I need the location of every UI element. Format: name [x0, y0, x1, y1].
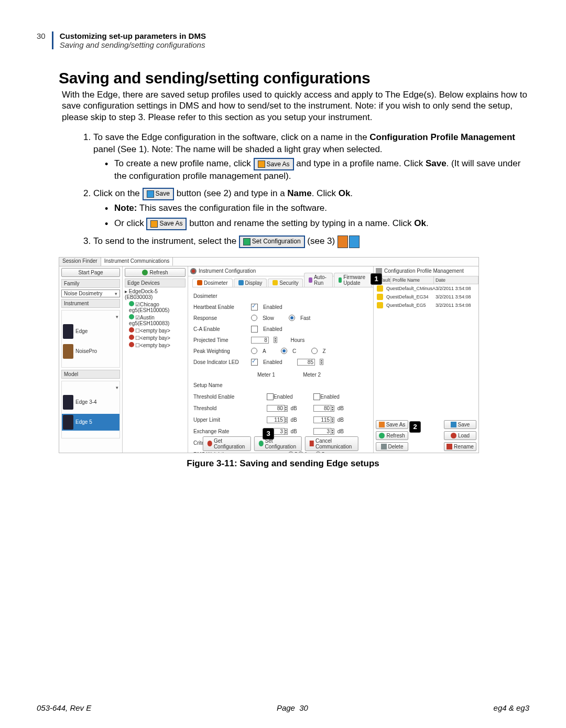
refresh-button-r[interactable]: Refresh [376, 431, 408, 440]
save-button[interactable]: Save [444, 420, 476, 429]
start-page-button[interactable]: Start Page [61, 268, 120, 277]
m1-rms-c[interactable] [288, 452, 294, 453]
instrument-noisepro[interactable]: NoisePro [62, 343, 119, 360]
model-edge5[interactable]: Edge 5 [62, 414, 119, 431]
save-as-inline-button: Save As [254, 158, 294, 170]
heartbeat-checkbox[interactable] [251, 304, 258, 311]
tree-dev-1[interactable]: ☑Chicago eg5(ESH100005) [123, 301, 188, 314]
load-button[interactable]: Load [444, 431, 476, 440]
arrow-icons [338, 235, 360, 248]
meter1-header: Meter 1 [193, 371, 298, 380]
model-edge34[interactable]: Edge 3-4 [62, 394, 119, 411]
response-fast[interactable] [289, 315, 295, 321]
scroll-up[interactable] [116, 383, 118, 391]
step-2-note: Note: This saves the configuration file … [105, 202, 529, 215]
meter2-header: Meter 2 [298, 371, 368, 380]
set-config-button[interactable]: Set Configuration [254, 436, 302, 451]
m1-upper[interactable]: 115 [267, 416, 285, 423]
m2-threshen[interactable] [313, 393, 320, 400]
footer-left: 053-644, Rev E [37, 703, 91, 712]
refresh-icon [142, 270, 148, 275]
rename-button[interactable]: Rename [444, 442, 476, 451]
family-dropdown[interactable]: Noise Dosimetry [61, 290, 120, 297]
m2-rms-a[interactable] [298, 452, 304, 453]
m2-thresh[interactable]: 80 [313, 405, 331, 412]
peak-a[interactable] [251, 348, 257, 354]
m1-thresh[interactable]: 80 [267, 405, 285, 412]
col-name[interactable]: Profile Name [391, 276, 434, 284]
ca-checkbox[interactable] [251, 326, 258, 333]
callout-2: 2 [409, 421, 421, 433]
tree-dock[interactable]: ▸ EdgeDock-5 (EB030003) [123, 288, 188, 301]
main-tab-bar: Session Finder Instrument Communications [59, 258, 478, 266]
tab-autorun[interactable]: Auto-Run [304, 273, 333, 287]
step-2-or: Or click Save As button and rename the s… [105, 218, 529, 230]
edge5-icon [63, 415, 73, 430]
lbl-upper: Upper Limit [193, 417, 251, 423]
step-3: To send to the instrument, select the Se… [93, 235, 529, 248]
col-date[interactable]: Date [434, 276, 478, 284]
peak-c[interactable] [281, 348, 287, 354]
m2-upper[interactable]: 115 [313, 416, 331, 423]
step-2: Click on the Save button (see 2) and typ… [93, 188, 529, 230]
load-icon [451, 433, 456, 438]
dled-checkbox[interactable] [251, 359, 258, 366]
response-slow[interactable] [251, 315, 257, 321]
step-1-bullet: To create a new profile name, click Save… [105, 158, 529, 183]
tab-display[interactable]: Display [234, 279, 267, 287]
lbl-projtime: Projected Time [193, 337, 246, 343]
header-divider [52, 31, 53, 49]
m2-rms-c[interactable] [315, 452, 321, 453]
tab-security[interactable]: Security [268, 279, 303, 287]
dled-input[interactable]: 85 [297, 359, 315, 366]
edge34-icon [63, 395, 73, 410]
save-icon [451, 422, 456, 427]
footer-page: Page 30 [277, 703, 308, 712]
refresh-button[interactable]: Refresh [125, 268, 186, 277]
get-config-button[interactable]: Get Configuration [203, 436, 251, 451]
m1-threshen[interactable] [267, 393, 274, 400]
edge-icon [63, 324, 73, 339]
lbl-threshen: Threshold Enable [193, 394, 251, 400]
tree-empty-3[interactable]: ☐<empty bay> [123, 341, 188, 349]
tree-dev-2[interactable]: ☑Austin eg5(ESH100083) [123, 314, 188, 327]
get-icon [208, 441, 212, 446]
scroll-up[interactable] [116, 313, 118, 320]
intro-paragraph: With the Edge, there are saved setup pro… [62, 89, 529, 123]
lbl-heartbeat: Heartbeat Enable [193, 304, 246, 310]
dms-screenshot: 1 2 3 Session Finder Instrument Communic… [59, 257, 479, 453]
tab-firmware[interactable]: Firmware Update [334, 273, 372, 287]
lock-icon [377, 302, 383, 308]
footer-right: eg4 & eg3 [494, 703, 529, 712]
delete-button[interactable]: Delete [376, 442, 408, 451]
instrument-label: Instrument [61, 299, 120, 308]
m2-exch[interactable]: 3 [313, 428, 331, 435]
callout-1: 1 [371, 273, 382, 285]
profile-row[interactable]: QuestDefault_EG343/2/2011 3:54:08 [374, 293, 478, 301]
projtime-input[interactable]: 8 [251, 337, 269, 344]
tab-session-finder[interactable]: Session Finder [59, 258, 101, 266]
config-title: Instrument Configuration [199, 268, 256, 274]
profile-row[interactable]: QuestDefault_EG53/2/2011 3:54:08 [374, 301, 478, 309]
save-icon [147, 190, 154, 198]
tree-empty-1[interactable]: ☐<empty bay> [123, 327, 188, 334]
profile-mgmt-title: Configuration Profile Management [384, 268, 464, 274]
section-heading: Saving and sending/setting configuration… [59, 69, 529, 87]
tree-empty-2[interactable]: ☐<empty bay> [123, 334, 188, 341]
set-config-inline-button: Set Configuration [239, 235, 305, 248]
cancel-comm-button[interactable]: Cancel Communication [305, 436, 358, 451]
step-1: To save the Edge configuration in the so… [93, 132, 529, 183]
save-as-icon [150, 220, 158, 228]
saveas-button[interactable]: Save As [376, 420, 408, 429]
profile-row[interactable]: QuestDefault_CMinusA3/2/2011 3:54:08 [374, 284, 478, 293]
peak-z[interactable] [311, 348, 318, 354]
cancel-icon [310, 441, 314, 446]
lbl-ca: C-A Enable [193, 326, 246, 332]
tab-dosimeter[interactable]: Dosimeter [192, 279, 233, 287]
lbl-thresh: Threshold [193, 405, 251, 411]
callout-3: 3 [263, 428, 274, 440]
instrument-edge[interactable]: Edge [62, 323, 119, 340]
set-icon [259, 441, 264, 446]
header-subtitle: Saving and sending/setting configuration… [60, 40, 206, 49]
tab-instrument-comm[interactable]: Instrument Communications [101, 258, 173, 266]
